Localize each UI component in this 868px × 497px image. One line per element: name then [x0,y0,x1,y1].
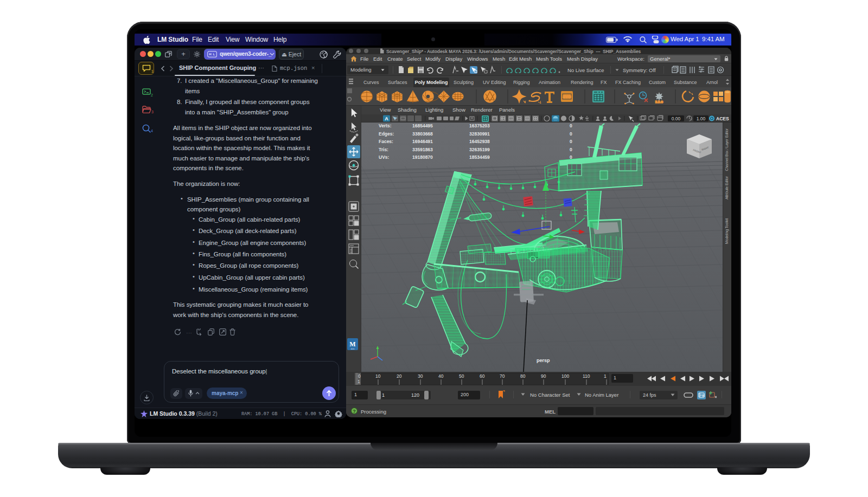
svg-text:32830991: 32830991 [469,131,490,137]
svg-text:UVs:: UVs: [379,154,390,160]
svg-text:1: 1 [358,379,360,384]
svg-text:0: 0 [570,147,572,152]
svg-text:0: 0 [570,131,572,137]
svg-text:0: 0 [358,373,361,379]
svg-text:1.00: 1.00 [697,116,706,121]
svg-text:1: 1 [604,373,607,379]
svg-text:0.00: 0.00 [672,116,681,121]
svg-text:B.B.G: B.B.G [655,100,663,104]
svg-text:50: 50 [459,373,464,379]
svg-text:100: 100 [561,373,569,379]
svg-text:110: 110 [583,373,590,379]
svg-text:10: 10 [702,394,705,397]
svg-text:Faces:: Faces: [379,139,393,144]
svg-text:70: 70 [500,373,505,379]
svg-text:16375203: 16375203 [469,123,490,128]
svg-text:40: 40 [438,373,444,379]
svg-text:10: 10 [375,373,381,379]
svg-text:16452938: 16452938 [469,139,490,144]
svg-text:Edges:: Edges: [379,131,394,137]
svg-text:60: 60 [480,373,485,379]
svg-text:33591863: 33591863 [412,147,433,152]
svg-text:0: 0 [570,154,572,160]
svg-text:18534459: 18534459 [469,154,490,160]
svg-text:30: 30 [418,373,423,379]
svg-text:16854495: 16854495 [412,123,433,128]
svg-text:disk: disk [350,347,354,350]
svg-text:Tris:: Tris: [379,147,388,152]
svg-text:Verts:: Verts: [379,123,392,128]
svg-text:A: A [385,116,388,121]
svg-text:90: 90 [541,373,546,379]
svg-text:19180870: 19180870 [412,154,433,160]
svg-text:16946491: 16946491 [412,139,433,144]
svg-text:80: 80 [520,373,526,379]
svg-text:0: 0 [570,123,572,128]
svg-text:20: 20 [397,373,402,379]
svg-text:32635199: 32635199 [469,147,490,152]
svg-text:persp: persp [537,358,550,363]
svg-text:SVG: SVG [563,95,571,99]
svg-text:0: 0 [570,139,572,144]
svg-text:ACES: ACES [716,116,729,121]
svg-text:33803668: 33803668 [412,131,433,137]
